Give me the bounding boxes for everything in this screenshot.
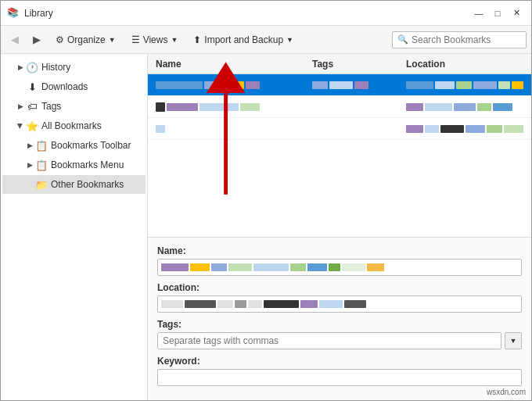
color-block: [512, 81, 523, 89]
sidebar-item-history[interactable]: ▶ 🕐 History: [2, 58, 146, 77]
minimize-button[interactable]: —: [470, 5, 487, 21]
sidebar-item-all-bookmarks[interactable]: ▶ ⭐ All Bookmarks: [2, 116, 146, 135]
sidebar-item-other-bookmarks[interactable]: ▶ 📁 Other Bookmarks: [2, 175, 146, 194]
color-block: [217, 300, 233, 308]
back-button[interactable]: ◀: [5, 30, 24, 49]
close-button[interactable]: ✕: [508, 5, 525, 21]
downloads-icon: ⬇: [26, 81, 38, 93]
name-color-blocks: [156, 102, 260, 112]
organize-label: Organize: [67, 34, 106, 45]
title-controls: — □ ✕: [470, 5, 525, 21]
color-block: [435, 81, 455, 89]
column-name-header: Name: [153, 59, 309, 70]
color-block: [248, 300, 262, 308]
organize-chevron-icon: ▼: [109, 36, 116, 44]
sidebar-item-label: All Bookmarks: [41, 120, 142, 131]
toolbar: ◀ ▶ ⚙ Organize ▼ ☰ Views ▼ ⬆ Import and …: [1, 26, 531, 54]
tags-input[interactable]: [157, 332, 501, 349]
color-block: [329, 263, 340, 271]
tags-color-blocks: [312, 81, 400, 89]
keyword-input[interactable]: [157, 369, 522, 386]
column-location-header: Location: [403, 59, 527, 70]
color-block: [344, 300, 366, 308]
sidebar-item-downloads[interactable]: ▶ ⬇ Downloads: [2, 77, 146, 96]
color-block: [466, 125, 485, 133]
organize-button[interactable]: ⚙ Organize ▼: [49, 30, 122, 50]
color-block: [456, 81, 472, 89]
details-panel: Name:: [148, 237, 531, 400]
color-block: [253, 263, 289, 271]
color-block: [406, 81, 433, 89]
color-block: [329, 81, 353, 89]
color-block: [493, 103, 512, 111]
title-bar: 📚 Library — □ ✕: [1, 1, 531, 26]
all-bookmarks-icon: ⭐: [26, 120, 38, 132]
color-block: [161, 300, 183, 308]
maximize-button[interactable]: □: [489, 5, 506, 21]
import-icon: ⬆: [193, 34, 201, 45]
detail-keyword-row: Keyword:: [157, 356, 522, 386]
color-block: [200, 103, 239, 111]
search-box: 🔍: [392, 31, 527, 48]
color-block: [228, 263, 252, 271]
name-value-blocks: [161, 263, 384, 271]
color-block: [300, 300, 318, 308]
bookmarks-menu-icon: 📋: [35, 159, 48, 171]
sidebar-item-tags[interactable]: ▶ 🏷 Tags: [2, 97, 146, 116]
import-backup-label: Import and Backup: [204, 34, 283, 45]
import-chevron-icon: ▼: [286, 36, 293, 44]
chevron-icon: ▶: [15, 120, 26, 131]
location-color-blocks: [406, 103, 523, 111]
color-block: [425, 125, 439, 133]
color-block: [240, 103, 260, 111]
table-body: [148, 74, 531, 237]
window-icon: 📚: [7, 7, 20, 20]
color-block: [473, 81, 497, 89]
forward-button[interactable]: ▶: [27, 30, 46, 49]
views-button[interactable]: ☰ Views ▼: [125, 30, 185, 50]
row-cell-location: [403, 103, 527, 111]
color-block: [487, 125, 502, 133]
color-block: [498, 81, 510, 89]
name-detail-label: Name:: [157, 245, 522, 256]
color-block: [235, 81, 244, 89]
import-backup-button[interactable]: ⬆ Import and Backup ▼: [187, 30, 300, 50]
sidebar-item-bookmarks-toolbar[interactable]: ▶ 📋 Bookmarks Toolbar: [2, 136, 146, 155]
tags-detail-label: Tags:: [157, 319, 522, 330]
color-block: [319, 300, 343, 308]
table-row[interactable]: [148, 118, 531, 140]
detail-tags-row: Tags: ▼: [157, 319, 522, 349]
sidebar-item-label: History: [41, 62, 142, 73]
color-block: [204, 81, 220, 89]
window-title: Library: [24, 8, 53, 19]
bookmarks-toolbar-icon: 📋: [35, 139, 48, 152]
organize-icon: ⚙: [56, 34, 64, 45]
color-block: [264, 300, 299, 308]
chevron-icon: ▶: [24, 140, 35, 151]
views-icon: ☰: [131, 34, 140, 45]
location-color-blocks: [406, 81, 523, 89]
color-block: [190, 263, 210, 271]
color-block: [161, 263, 189, 271]
color-block: [406, 125, 423, 133]
chevron-icon: ▶: [15, 62, 26, 73]
title-bar-left: 📚 Library: [7, 7, 53, 20]
color-block: [290, 263, 306, 271]
library-window: 📚 Library — □ ✕ ◀ ▶ ⚙ Organize ▼ ☰ Views…: [0, 0, 532, 401]
color-block: [185, 300, 216, 308]
tags-dropdown-button[interactable]: ▼: [505, 332, 522, 349]
chevron-icon: ▶: [24, 159, 35, 170]
color-block: [156, 81, 203, 89]
table-row[interactable]: [148, 96, 531, 118]
color-block: [156, 125, 165, 133]
location-color-blocks: [406, 125, 523, 133]
color-block: [221, 81, 233, 89]
sidebar-item-bookmarks-menu[interactable]: ▶ 📋 Bookmarks Menu: [2, 156, 146, 174]
table-header: Name Tags Location: [148, 54, 531, 74]
color-block: [406, 103, 423, 111]
name-color-blocks: [156, 125, 165, 133]
search-input[interactable]: [412, 34, 521, 45]
color-block: [167, 103, 198, 111]
color-block: [307, 263, 327, 271]
table-row[interactable]: [148, 74, 531, 96]
